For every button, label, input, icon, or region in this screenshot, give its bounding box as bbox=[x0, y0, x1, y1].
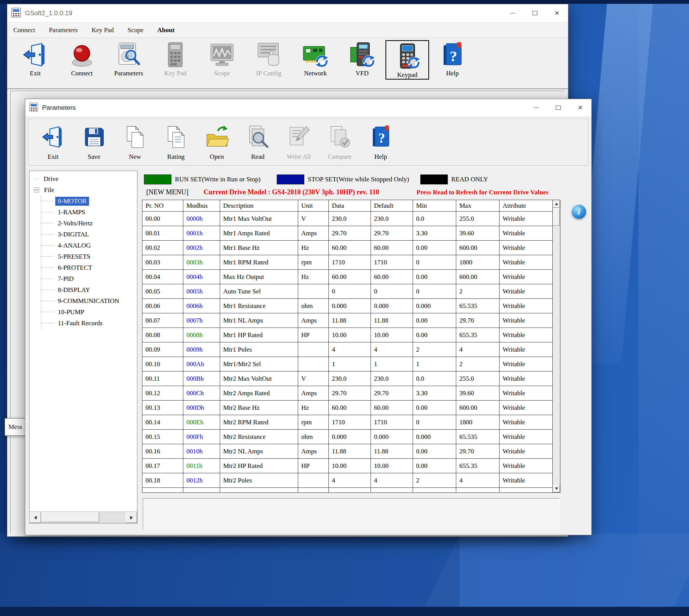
tree-item-label: 2-Volts/Hertz bbox=[56, 219, 95, 228]
toolbar-vfd-button[interactable]: VFD bbox=[339, 40, 385, 77]
table-row[interactable]: 00.13000DhMtr2 Base HzHz60.0060.000.0060… bbox=[142, 401, 552, 415]
cell: Mtr2 Base Hz bbox=[220, 401, 298, 415]
tree-item-7-pid[interactable]: 7-PID bbox=[41, 273, 137, 284]
cell: 1 bbox=[371, 357, 413, 371]
params-minimize-button[interactable] bbox=[525, 99, 547, 116]
menu-item-scope[interactable]: Scope bbox=[127, 26, 144, 34]
table-row[interactable]: 00.090009hMtr1 Poles4424Writable bbox=[142, 342, 552, 357]
table-row[interactable]: 00.15000FhMtr2 Resistanceohm0.0000.0000.… bbox=[142, 430, 552, 444]
cell: 00.10 bbox=[142, 357, 183, 371]
table-row[interactable]: 00.14000EhMtr2 RPM Ratedrpm1710171001800… bbox=[142, 415, 552, 430]
main-minimize-button[interactable] bbox=[501, 4, 524, 22]
table-row[interactable]: 00.160010hMtr2 NL AmpsAmps11.8811.880.00… bbox=[142, 444, 552, 459]
table-row[interactable]: 00.12000ChMtr2 Amps RatedAmps29.7029.703… bbox=[142, 386, 552, 401]
tree-item-9-communication[interactable]: 9-COMMUNICATION bbox=[41, 295, 137, 306]
cell bbox=[298, 357, 329, 371]
cell: 000Ch bbox=[183, 386, 220, 400]
cell: 0 bbox=[413, 284, 456, 298]
tree-item-file[interactable]: File bbox=[29, 184, 137, 196]
cell: 0012h bbox=[183, 473, 220, 487]
table-row[interactable]: 00.170011hMtr2 HP RatedHP10.0010.000.006… bbox=[142, 459, 552, 473]
tree-item-label: 6-PROTECT bbox=[56, 264, 95, 272]
collapse-icon[interactable] bbox=[34, 187, 39, 192]
svg-text:?: ? bbox=[450, 48, 457, 64]
menu-item-about[interactable]: About bbox=[157, 26, 175, 34]
toolbar-keypad-button[interactable]: Keypad bbox=[385, 40, 429, 80]
params-rating-button[interactable]: Rating bbox=[155, 121, 196, 161]
table-row[interactable]: 00.030003hMtr1 RPM Ratedrpm1710171001800… bbox=[142, 255, 552, 270]
scroll-down-button[interactable] bbox=[553, 485, 560, 492]
cell: 2 bbox=[456, 284, 500, 298]
down-arrow-icon bbox=[555, 487, 558, 490]
tree-item-5-presets[interactable]: 5-PRESETS bbox=[41, 251, 137, 262]
tree-item-1-ramps[interactable]: 1-RAMPS bbox=[41, 207, 137, 218]
table-row[interactable]: 00.080008hMtr1 HP RatedHP10.0010.000.006… bbox=[142, 328, 552, 342]
params-open-button[interactable]: Open bbox=[196, 121, 237, 161]
tree-item-11-fault-records[interactable]: 11-Fault Records bbox=[41, 318, 137, 329]
cell: Writable bbox=[500, 255, 552, 269]
cell: 29.70 bbox=[456, 444, 500, 458]
table-vertical-scrollbar[interactable] bbox=[552, 200, 560, 492]
table-row[interactable]: 00.180012hMtr2 Poles4424Writable bbox=[142, 473, 552, 488]
table-row[interactable]: 00.050005hAuto Tune Sel0002Writable bbox=[142, 284, 552, 299]
cell: 0007h bbox=[183, 313, 220, 328]
table-row[interactable]: 00.070007hMtr1 NL AmpsAmps11.8811.880.00… bbox=[142, 313, 552, 328]
gsoft-app-icon bbox=[11, 8, 21, 19]
toolbar-help-button[interactable]: ? Help bbox=[429, 40, 476, 77]
cell: 00.03 bbox=[142, 255, 183, 269]
params-save-button[interactable]: Save bbox=[73, 121, 114, 161]
tree-item-8-display[interactable]: 8-DISPLAY bbox=[41, 284, 137, 295]
toolbar-network-button[interactable]: Network bbox=[292, 40, 339, 77]
main-maximize-button[interactable] bbox=[524, 4, 546, 22]
tree-item-4-analog[interactable]: 4-ANALOG bbox=[41, 240, 137, 251]
table-row[interactable]: 00.060006hMtr1 Resistanceohm0.0000.0000.… bbox=[142, 299, 552, 313]
scrollbar-thumb[interactable] bbox=[42, 512, 99, 522]
keypad-gray-icon bbox=[162, 40, 188, 69]
table-row[interactable]: 00.10000AhMtr1/Mtr2 Sel1112Writable bbox=[142, 357, 552, 372]
tree-item-10-pump[interactable]: 10-PUMP bbox=[41, 306, 137, 318]
menu-item-parameters[interactable]: Parameters bbox=[49, 26, 78, 34]
params-read-button[interactable]: Read bbox=[237, 121, 278, 161]
scroll-up-button[interactable] bbox=[553, 200, 560, 208]
cell: 00.07 bbox=[142, 313, 183, 328]
table-row[interactable]: 00.11000BhMtr2 Max VoltOutV230.0230.00.0… bbox=[142, 372, 552, 386]
main-close-button[interactable]: ✕ bbox=[546, 4, 568, 22]
tree-item-drive[interactable]: Drive bbox=[29, 173, 137, 184]
cell: Hz bbox=[298, 401, 329, 415]
scrollbar-thumb[interactable] bbox=[553, 208, 560, 226]
tree-item-0-motor[interactable]: 0-MOTOR bbox=[41, 196, 137, 207]
toolbar-connect-button[interactable]: Connect bbox=[59, 40, 105, 77]
scrollbar-track[interactable] bbox=[41, 512, 126, 523]
parameters-titlebar[interactable]: Parameters ✕ bbox=[25, 99, 591, 117]
cell: 00.19 bbox=[142, 488, 183, 492]
toolbar-parameters-button[interactable]: Parameters bbox=[105, 40, 152, 77]
tree-horizontal-scrollbar[interactable] bbox=[29, 512, 137, 523]
menu-item-connect[interactable]: Connect bbox=[13, 26, 35, 34]
tree-item-3-digital[interactable]: 3-DIGITAL bbox=[41, 229, 137, 240]
params-new-button[interactable]: New bbox=[114, 121, 155, 161]
params-help-button[interactable]: ? Help bbox=[360, 121, 401, 161]
cell: 000Fh bbox=[183, 430, 220, 444]
cell: 1710 bbox=[371, 255, 413, 269]
table-row[interactable]: 00.040004hMax Hz OutputHz60.0060.000.006… bbox=[142, 270, 552, 284]
menu-item-key-pad[interactable]: Key Pad bbox=[91, 26, 114, 34]
table-row[interactable]: 00.020002hMtr1 Base HzHz60.0060.000.0060… bbox=[142, 241, 552, 255]
table-row[interactable]: 00.010001hMtr1 Amps RatedAmps29.7029.703… bbox=[142, 226, 552, 241]
table-row[interactable]: 00.190013hReserved00065535Read Only bbox=[142, 488, 552, 492]
table-row[interactable]: 00.000000hMtr1 Max VoltOutV230.0230.00.0… bbox=[142, 212, 552, 226]
cell: 29.70 bbox=[329, 226, 371, 240]
main-titlebar[interactable]: GSoft2_1.0.0.19 ✕ bbox=[7, 4, 568, 23]
cell: 00.00 bbox=[142, 212, 183, 226]
params-exit-button[interactable]: Exit bbox=[33, 121, 73, 161]
scroll-left-button[interactable] bbox=[29, 512, 41, 523]
params-close-button[interactable]: ✕ bbox=[569, 99, 591, 116]
info-icon[interactable]: i bbox=[572, 205, 586, 219]
tree-item-6-protect[interactable]: 6-PROTECT bbox=[41, 262, 137, 273]
scroll-right-button[interactable] bbox=[126, 512, 137, 523]
params-maximize-button[interactable] bbox=[547, 99, 569, 116]
legend-stop-set: STOP SET(Write while Stopped Only) bbox=[277, 174, 409, 184]
toolbar-exit-button[interactable]: Exit bbox=[12, 40, 59, 77]
tree-item-2-volts-hertz[interactable]: 2-Volts/Hertz bbox=[41, 218, 137, 229]
cell: 0.0 bbox=[413, 212, 456, 226]
desktop-top-strip bbox=[0, 0, 689, 4]
